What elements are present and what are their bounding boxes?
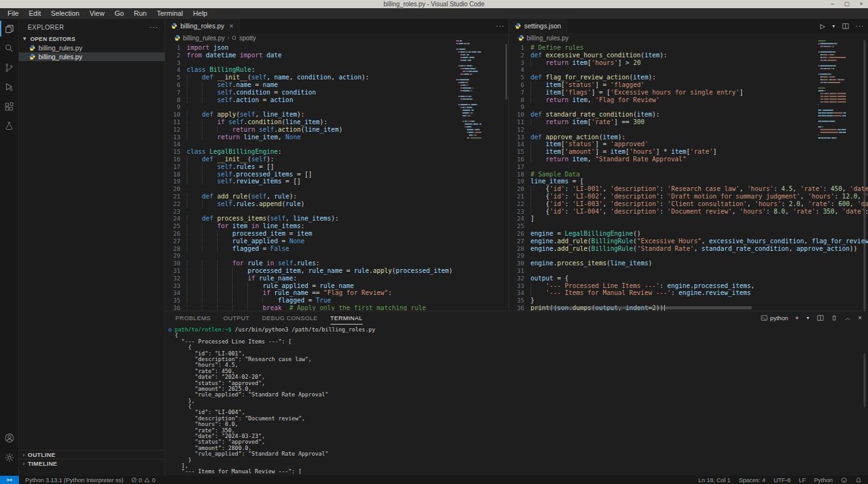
eol[interactable]: LF xyxy=(799,476,806,483)
terminal-output-line: "--- Items for Manual Review ---": [ xyxy=(165,469,868,475)
shell-picker[interactable]: python xyxy=(761,314,789,321)
new-terminal-icon[interactable]: + xyxy=(795,314,799,321)
problems-status[interactable]: 0 0 xyxy=(131,476,156,483)
feedback-icon[interactable] xyxy=(841,477,847,483)
cursor-position[interactable]: Ln 18, Col 1 xyxy=(698,476,730,483)
menu-edit[interactable]: Edit xyxy=(24,8,46,19)
code-line: 32output = { xyxy=(509,275,868,282)
panel-tab-terminal[interactable]: TERMINAL xyxy=(331,311,363,325)
chevron-down-icon[interactable]: ▼ xyxy=(806,316,810,320)
python-interpreter-status[interactable]: Python 3.13.1 (Python Interpreter ss) xyxy=(25,476,124,483)
timeline-section[interactable]: › TIMELINE xyxy=(19,459,165,468)
tab-settings[interactable]: settings.json xyxy=(509,19,567,33)
open-editors-section[interactable]: ▼ OPEN EDITORS xyxy=(19,34,165,43)
source-control-icon[interactable] xyxy=(0,58,19,78)
error-icon xyxy=(131,477,137,483)
search-icon[interactable] xyxy=(0,38,19,58)
menu-go[interactable]: Go xyxy=(110,8,129,19)
editor-more-icon[interactable]: ··· xyxy=(855,22,864,30)
breadcrumb-symbol[interactable]: spotty xyxy=(239,35,256,42)
code-line: 14 item['status'] = 'approved' xyxy=(509,141,868,148)
scrollbar[interactable] xyxy=(505,44,507,100)
menu-help[interactable]: Help xyxy=(188,8,213,19)
tab-billing-roles[interactable]: billing_roles.py × xyxy=(165,19,240,33)
code-line: 28engine.add_rule(BillingRule('Standard … xyxy=(509,245,868,253)
panel-tab-debug-console[interactable]: DEBUG CONSOLE xyxy=(262,311,317,325)
explorer-more-icon[interactable]: ··· xyxy=(150,23,158,31)
horizontal-scrollbar[interactable] xyxy=(534,306,752,309)
editor-more-icon[interactable]: ··· xyxy=(496,22,505,30)
breadcrumb: billing_rules.py xyxy=(509,33,868,43)
account-icon[interactable] xyxy=(0,428,19,447)
run-and-debug-icon[interactable] xyxy=(0,78,19,97)
menu-view[interactable]: View xyxy=(85,8,110,19)
language-mode[interactable]: Python xyxy=(814,476,833,483)
panel-actions: python + ▼ ︿ × xyxy=(761,311,862,325)
minimap[interactable] xyxy=(456,40,481,166)
close-panel-icon[interactable]: × xyxy=(858,314,862,321)
code-line: 17 xyxy=(509,163,868,171)
code-line: 2def excessive_hours_condition(item): xyxy=(509,52,868,59)
code-editor-right[interactable]: 1# Define rules2def excessive_hours_cond… xyxy=(509,43,868,311)
tab-close-icon[interactable]: × xyxy=(229,22,233,30)
code-line: 19 self.review_items = [] xyxy=(165,178,508,185)
outline-section[interactable]: › OUTLINE xyxy=(19,450,165,459)
code-line: 4 xyxy=(509,66,868,74)
menu-file[interactable]: File xyxy=(3,8,24,19)
kill-terminal-icon[interactable] xyxy=(831,314,838,321)
chevron-right-icon: › xyxy=(23,461,25,467)
python-file-icon xyxy=(29,45,35,51)
code-line: 26engine = LegalBillingEngine() xyxy=(509,230,868,238)
minimap[interactable] xyxy=(818,40,846,217)
code-line: 24 def process_items(self, line_items): xyxy=(165,215,508,222)
minimize-icon[interactable]: – xyxy=(831,0,834,8)
encoding[interactable]: UTF-8 xyxy=(773,476,790,483)
panel-tab-output[interactable]: OUTPUT xyxy=(223,311,249,325)
panel-tab-problems[interactable]: PROBLEMS xyxy=(175,311,211,325)
code-line: 7 item['flags'] = ['Excessive hours for … xyxy=(509,89,868,96)
maximize-panel-icon[interactable]: ︿ xyxy=(845,314,851,323)
breadcrumb-file[interactable]: billing_rules.py xyxy=(527,35,568,42)
code-line: 19line_items = [ xyxy=(509,178,868,185)
maximize-icon[interactable]: ▢ xyxy=(844,0,850,8)
menu-selection[interactable]: Selection xyxy=(46,8,85,19)
terminal-output-line: "status": "approved", xyxy=(165,439,868,445)
code-line: 23 xyxy=(165,208,508,216)
terminal-output-line: "status": "approved", xyxy=(165,381,868,386)
menu-run[interactable]: Run xyxy=(129,8,151,19)
code-line: 3 return item['hours'] > 20 xyxy=(509,59,868,67)
split-terminal-icon[interactable] xyxy=(817,314,824,321)
run-python-file-icon[interactable]: ▷ xyxy=(820,23,825,30)
python-file-icon xyxy=(174,35,180,41)
code-line: 6 item['status'] = 'flagged' xyxy=(509,81,868,89)
panel: PROBLEMSOUTPUTDEBUG CONSOLETERMINAL pyth… xyxy=(165,311,868,476)
extensions-icon[interactable] xyxy=(0,97,19,117)
terminal-scrollbar[interactable] xyxy=(864,354,865,407)
explorer-icon[interactable] xyxy=(0,19,19,38)
code-line: 29 xyxy=(165,252,508,260)
code-line: 20 {'id': 'LI-001', 'description': 'Rese… xyxy=(509,185,868,193)
editor-group-right: settings.json ▷ ▼ ··· billing_rules.py 1… xyxy=(509,19,868,311)
code-line: 34 '--- Items for Manual Review ---': en… xyxy=(509,289,868,297)
scrollbar[interactable] xyxy=(864,40,865,311)
menu-terminal[interactable]: Terminal xyxy=(152,8,189,19)
breadcrumb-file[interactable]: billing_rules.py xyxy=(183,35,225,42)
open-editor-item[interactable]: billing_rules.py xyxy=(19,52,165,61)
indentation[interactable]: Spaces: 4 xyxy=(739,476,765,483)
terminal[interactable]: path/to/rotlen:~$ /usr/bin/python3 /path… xyxy=(165,327,868,476)
chevron-down-icon[interactable]: ▼ xyxy=(831,24,836,28)
close-icon[interactable]: × xyxy=(860,0,863,8)
editor-area: billing_roles.py × ··· billing_rules.py … xyxy=(165,19,868,311)
chevron-right-icon: › xyxy=(23,452,25,458)
code-line: 30 for rule in self.rules: xyxy=(165,260,508,267)
settings-icon[interactable] xyxy=(0,447,19,467)
testing-icon[interactable] xyxy=(0,117,19,136)
code-line: 13def approve_action(item): xyxy=(509,134,868,141)
code-line: 16 return item, "Standard Rate Approval" xyxy=(509,156,868,163)
terminal-output-line: "date": "2024-02-20", xyxy=(165,374,868,380)
bell-icon[interactable] xyxy=(855,477,862,483)
remote-indicator[interactable]: >< xyxy=(0,476,19,484)
open-editor-item[interactable]: billing_rules.py xyxy=(19,43,165,52)
split-editor-icon[interactable] xyxy=(842,23,849,30)
terminal-output-line: { xyxy=(165,404,868,410)
